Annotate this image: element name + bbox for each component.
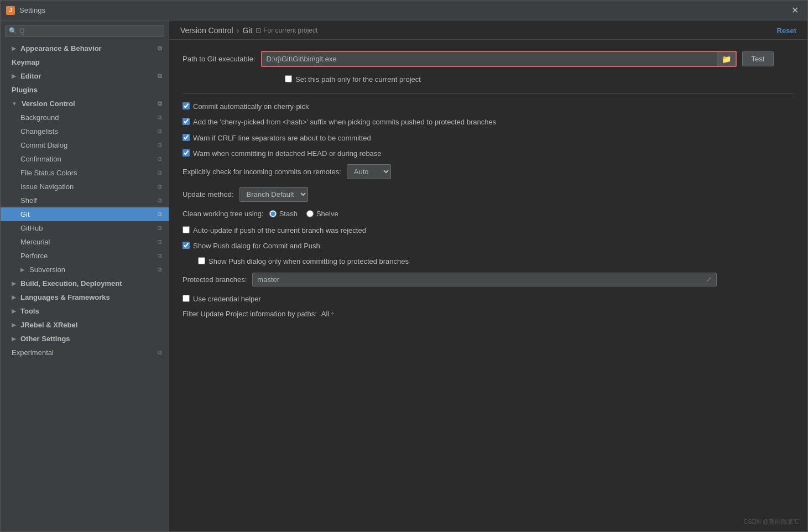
project-icon: ⊡: [256, 27, 261, 34]
path-input-wrapper: 📁: [261, 51, 737, 67]
search-icon: 🔍: [9, 27, 17, 35]
sidebar-item-editor[interactable]: ▶ Editor ⧉: [1, 69, 169, 83]
title-bar: J Settings ✕: [1, 1, 807, 20]
filter-value[interactable]: All ÷: [321, 310, 335, 318]
copy-icon-git: ⧉: [158, 211, 162, 218]
crlf-checkbox[interactable]: [183, 134, 190, 141]
sidebar-item-git[interactable]: Git ⧉: [1, 207, 169, 221]
detached-head-checkbox[interactable]: [183, 149, 190, 157]
path-label: Path to Git executable:: [183, 55, 256, 63]
sidebar-item-subversion[interactable]: ▶ Subversion ⧉: [1, 263, 169, 277]
search-input[interactable]: [19, 27, 160, 35]
show-push-row: Show Push dialog for Commit and Push: [183, 241, 794, 251]
sidebar-item-perforce[interactable]: Perforce ⧉: [1, 249, 169, 263]
sidebar-item-build[interactable]: ▶ Build, Execution, Deployment: [1, 277, 169, 290]
radio-shelve[interactable]: [306, 210, 314, 217]
sidebar-item-github[interactable]: GitHub ⧉: [1, 221, 169, 235]
cherry-pick-row: Commit automatically on cherry-pick: [183, 102, 794, 112]
sidebar-item-version-control[interactable]: ▼ Version Control ⧉: [1, 97, 169, 111]
search-box[interactable]: 🔍: [5, 25, 164, 37]
sidebar-item-other-settings[interactable]: ▶ Other Settings: [1, 332, 169, 346]
cherry-pick-checkbox[interactable]: [183, 102, 190, 109]
expand-arrow-jrebel: ▶: [12, 322, 16, 328]
expand-arrow-vc: ▼: [12, 101, 17, 107]
sidebar-item-jrebel[interactable]: ▶ JRebel & XRebel: [1, 318, 169, 332]
expand-arrow-appearance: ▶: [12, 45, 16, 51]
app-icon: J: [6, 6, 15, 15]
set-path-checkbox[interactable]: [285, 75, 292, 82]
credential-label: Use credential helper: [193, 294, 261, 304]
reset-button[interactable]: Reset: [777, 27, 796, 35]
credential-row: Use credential helper: [183, 294, 794, 304]
protected-branches-input[interactable]: [257, 275, 706, 284]
protected-branches-label: Protected branches:: [183, 275, 247, 284]
radio-stash-label: Stash: [279, 210, 298, 218]
expand-arrow-tools: ▶: [12, 308, 16, 314]
crlf-label: Warn if CRLF line separators are about t…: [193, 133, 371, 143]
sidebar-item-confirmation[interactable]: Confirmation ⧉: [1, 152, 169, 166]
copy-icon-issue: ⧉: [158, 183, 162, 190]
expand-arrow-build: ▶: [12, 280, 16, 286]
browse-button[interactable]: 📁: [717, 52, 736, 66]
radio-shelve-option: Shelve: [306, 210, 338, 218]
copy-icon-shelf: ⧉: [158, 197, 162, 204]
panel-body: Path to Git executable: 📁 Test Set this …: [169, 40, 807, 531]
copy-icon-editor: ⧉: [158, 72, 162, 80]
sidebar-item-tools[interactable]: ▶ Tools: [1, 304, 169, 318]
title-bar-left: J Settings: [6, 6, 45, 15]
sidebar-item-languages[interactable]: ▶ Languages & Frameworks: [1, 290, 169, 304]
update-method-label: Update method:: [183, 190, 234, 199]
sidebar-item-changelists[interactable]: Changelists ⧉: [1, 124, 169, 138]
expand-arrow-languages: ▶: [12, 294, 16, 300]
expand-branches-icon[interactable]: ⤢: [706, 275, 712, 283]
sidebar-item-background[interactable]: Background ⧉: [1, 111, 169, 124]
update-method-select[interactable]: Branch Default Merge Rebase: [239, 187, 308, 202]
sidebar-item-mercurial[interactable]: Mercurial ⧉: [1, 235, 169, 249]
copy-icon-vc: ⧉: [158, 100, 162, 107]
copy-icon-fsc: ⧉: [158, 169, 162, 176]
sidebar-item-experimental[interactable]: Experimental ⧉: [1, 346, 169, 359]
show-push-checkbox[interactable]: [183, 242, 190, 249]
show-push-sub-row: Show Push dialog only when committing to…: [198, 257, 794, 267]
show-push-sub-checkbox[interactable]: [198, 257, 205, 264]
crlf-row: Warn if CRLF line separators are about t…: [183, 133, 794, 143]
filter-row: Filter Update Project information by pat…: [183, 310, 794, 318]
main-content: 🔍 ▶ Appearance & Behavior ⧉ Keymap: [1, 20, 807, 531]
copy-icon-svn: ⧉: [158, 266, 162, 273]
auto-update-label: Auto-update if push of the current branc…: [193, 226, 366, 236]
path-input[interactable]: [262, 52, 717, 66]
sidebar-item-keymap[interactable]: Keymap: [1, 55, 169, 69]
sidebar-item-commit-dialog[interactable]: Commit Dialog ⧉: [1, 138, 169, 152]
sidebar-item-issue-navigation[interactable]: Issue Navigation ⧉: [1, 180, 169, 194]
breadcrumb-project: ⊡ For current project: [256, 27, 317, 34]
breadcrumb-parent: Version Control: [180, 26, 233, 35]
set-path-label: Set this path only for the current proje…: [295, 75, 421, 85]
cherry-pick-suffix-checkbox[interactable]: [183, 118, 190, 125]
sidebar-item-appearance[interactable]: ▶ Appearance & Behavior ⧉: [1, 41, 169, 55]
protected-branches-row: Protected branches: ⤢: [183, 273, 794, 286]
expand-arrow-editor: ▶: [12, 73, 16, 79]
sidebar-item-file-status-colors[interactable]: File Status Colors ⧉: [1, 166, 169, 180]
set-path-row: Set this path only for the current proje…: [285, 75, 794, 85]
sidebar-item-plugins[interactable]: Plugins: [1, 83, 169, 97]
credential-checkbox[interactable]: [183, 295, 190, 302]
auto-update-row: Auto-update if push of the current branc…: [183, 226, 794, 236]
copy-icon-perforce: ⧉: [158, 252, 162, 259]
breadcrumb: Version Control › Git ⊡ For current proj…: [180, 26, 317, 35]
test-button[interactable]: Test: [742, 51, 774, 66]
radio-stash[interactable]: [269, 210, 277, 217]
copy-icon-commit: ⧉: [158, 142, 162, 149]
set-path-checkbox-row: Set this path only for the current proje…: [285, 75, 794, 85]
breadcrumb-separator: ›: [237, 26, 239, 35]
update-method-row: Update method: Branch Default Merge Reba…: [183, 187, 794, 202]
copy-icon-experimental: ⧉: [158, 349, 162, 356]
auto-update-checkbox[interactable]: [183, 226, 190, 233]
divider1: [183, 93, 794, 94]
filter-label: Filter Update Project information by pat…: [183, 310, 317, 318]
sidebar-item-shelf[interactable]: Shelf ⧉: [1, 194, 169, 207]
close-button[interactable]: ✕: [788, 4, 802, 17]
copy-icon-changelists: ⧉: [158, 128, 162, 135]
incoming-commits-select[interactable]: Auto Always Never: [347, 164, 391, 179]
protected-input-wrapper: ⤢: [252, 273, 717, 286]
copy-icon-mercurial: ⧉: [158, 238, 162, 246]
